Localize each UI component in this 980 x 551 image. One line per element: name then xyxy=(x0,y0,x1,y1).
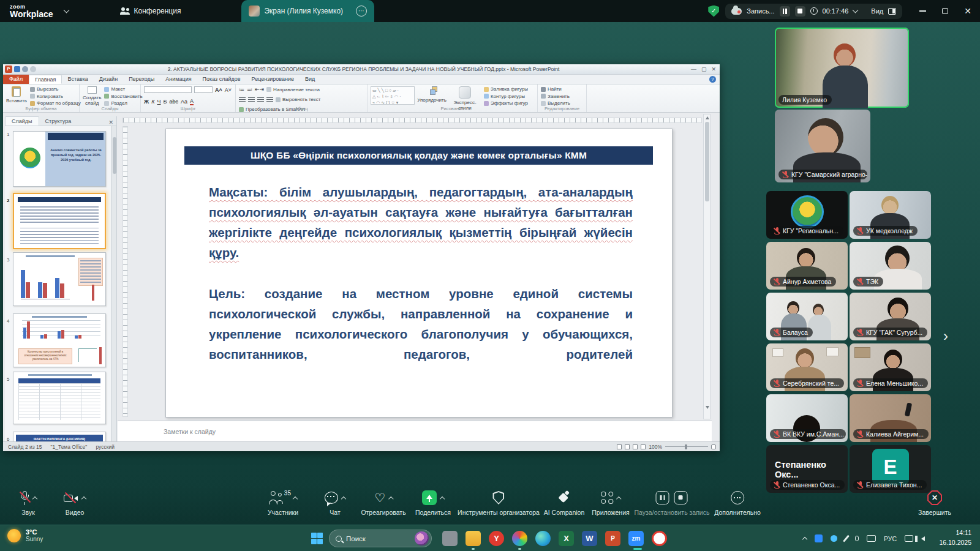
notes-pane[interactable]: Заметки к слайду xyxy=(118,421,712,441)
maximize-button[interactable] xyxy=(942,8,948,14)
participant-tile[interactable]: ТЭК xyxy=(850,242,931,290)
word-icon[interactable]: W xyxy=(582,531,597,546)
align-left-button[interactable] xyxy=(239,97,246,102)
tray-zoom-icon[interactable] xyxy=(815,534,823,542)
tab-shared-screen[interactable]: Экран (Лилия Куземко) ⋯ xyxy=(241,0,374,22)
find-button[interactable]: Найти xyxy=(541,86,570,92)
tray-display-icon[interactable] xyxy=(905,535,913,542)
tray-volume-icon[interactable] xyxy=(921,536,925,541)
opera-browser-icon[interactable] xyxy=(652,531,667,546)
slide-thumbnail-5[interactable] xyxy=(13,372,106,424)
undo-icon[interactable] xyxy=(22,66,28,72)
participant-tile[interactable]: КГУ "Самарский аграрно-техн... xyxy=(775,110,870,182)
numbering-button[interactable]: ≕ xyxy=(247,86,252,92)
participant-tile[interactable]: УК медколледж xyxy=(850,191,931,239)
format-painter-button[interactable]: Формат по образцу xyxy=(30,100,81,106)
shapes-gallery[interactable]: ▭ ╲ ╲ □ ○ ▱ ·△ ⌙ ⌇ ⇦ ⇩ ◠ ·⌁ ◠ ∿ { } ☆ ▾ xyxy=(371,86,415,105)
align-center-button[interactable] xyxy=(248,97,255,102)
participants-button[interactable]: 35 Участники xyxy=(268,490,298,516)
layout-button[interactable]: Макет xyxy=(104,86,142,92)
tab-insert[interactable]: Вставка xyxy=(62,75,93,84)
fit-to-window-button[interactable] xyxy=(711,444,716,449)
chat-button[interactable]: Чат xyxy=(325,490,345,516)
tray-bluetooth-icon[interactable] xyxy=(831,535,837,542)
view-layout-icon[interactable] xyxy=(888,8,896,15)
arrange-button[interactable]: Упорядочить xyxy=(418,86,446,103)
tab-home[interactable]: Главная xyxy=(29,75,62,84)
font-name-select[interactable] xyxy=(144,86,192,93)
host-tools-button[interactable]: Инструменты организатора xyxy=(458,490,540,516)
powerpoint-taskbar-icon[interactable]: P xyxy=(605,531,620,546)
file-explorer-icon[interactable] xyxy=(466,531,481,546)
slideshow-view-button[interactable] xyxy=(641,444,646,449)
justify-button[interactable] xyxy=(266,97,273,102)
shape-fill-button[interactable]: Заливка фигуры xyxy=(484,86,528,92)
grow-font-button[interactable]: A˄ xyxy=(215,87,222,93)
tab-slideshow[interactable]: Показ слайдов xyxy=(197,75,246,84)
tab-more-icon[interactable]: ⋯ xyxy=(356,6,367,17)
panel-close-icon[interactable]: ✕ xyxy=(108,119,113,126)
participant-tile[interactable]: Балауса xyxy=(766,293,848,340)
close-button[interactable]: ✕ xyxy=(964,7,971,15)
participant-tile[interactable]: Айнур Ахметова xyxy=(766,242,848,290)
color-wheel-app-icon[interactable] xyxy=(512,531,527,546)
slide-thumbnail-3[interactable] xyxy=(13,252,106,306)
chevron-down-icon[interactable] xyxy=(63,7,69,13)
pause-recording-button[interactable] xyxy=(780,6,790,17)
ppt-maximize-button[interactable]: ▢ xyxy=(701,66,707,72)
tray-keyboard-icon[interactable] xyxy=(867,535,876,542)
redo-icon[interactable] xyxy=(30,66,36,72)
underline-button[interactable]: Ч xyxy=(157,99,160,105)
slide-thumbnail-2-selected[interactable] xyxy=(13,193,106,249)
text-direction-button[interactable]: Направление текста xyxy=(266,87,320,92)
video-options-chevron[interactable] xyxy=(81,496,86,501)
slide-thumbnail-4[interactable]: Количество преступлений в отношении несо… xyxy=(13,313,106,367)
tab-outline[interactable]: Структура xyxy=(39,117,78,126)
chat-chevron[interactable] xyxy=(341,496,346,501)
select-button[interactable]: Выделить xyxy=(541,100,570,106)
align-right-button[interactable] xyxy=(257,97,264,102)
thumbnails-scrollbar[interactable] xyxy=(111,126,116,442)
record-pause-stop-button[interactable]: Пауза/остановить запись xyxy=(635,490,710,516)
weather-widget[interactable]: 3°C Sunny xyxy=(7,528,43,542)
participant-tile[interactable]: Серебрянский те... xyxy=(766,343,848,391)
yandex-browser-icon[interactable]: Y xyxy=(489,531,504,546)
taskbar-clock[interactable]: 14:11 16.10.2025 xyxy=(939,528,971,548)
ai-companion-button[interactable]: AI Companion xyxy=(544,490,585,516)
new-slide-button[interactable]: Создать слайд xyxy=(83,86,101,106)
slide-thumbnail-6[interactable]: ФАКТЫ БУЛЛИНГА (НАСИЛИЯ) xyxy=(13,432,106,442)
next-page-arrow[interactable]: › xyxy=(943,327,956,345)
start-button[interactable] xyxy=(311,533,323,544)
video-button[interactable]: Видео xyxy=(64,490,86,516)
participant-tile[interactable]: КГУ "ГАК" Сугурб... xyxy=(850,293,931,340)
tab-animation[interactable]: Анимация xyxy=(160,75,197,84)
slide-thumbnail-1[interactable]: Анализ совместной работы за прошлый год,… xyxy=(13,131,106,187)
language-indicator[interactable]: РУС xyxy=(884,535,897,542)
end-meeting-button[interactable]: ✕ Завершить xyxy=(918,490,951,516)
tab-design[interactable]: Дизайн xyxy=(94,75,123,84)
save-icon[interactable] xyxy=(14,66,20,72)
apps-button[interactable]: Приложения xyxy=(592,490,629,516)
stop-recording-button[interactable] xyxy=(795,6,805,17)
share-chevron[interactable] xyxy=(440,496,445,501)
tray-mic-icon[interactable] xyxy=(855,536,859,541)
current-slide[interactable]: ШҚО ББ «Өңірлік психологиялық қолдау жән… xyxy=(165,129,673,418)
sorter-view-button[interactable] xyxy=(625,444,630,449)
bold-button[interactable]: Ж xyxy=(144,99,149,105)
slide-paragraph-russian[interactable]: Цель: создание на местном уровне единой … xyxy=(209,283,633,364)
align-text-button[interactable]: Выровнять текст xyxy=(276,97,320,102)
tray-expand-chevron[interactable] xyxy=(802,537,807,542)
font-color-button[interactable]: А xyxy=(190,98,194,105)
reset-button[interactable]: Восстановить xyxy=(104,94,142,99)
cut-button[interactable]: Вырезать xyxy=(30,86,81,92)
tab-file[interactable]: Файл xyxy=(3,75,29,84)
taskbar-app-generic-icon[interactable] xyxy=(442,531,458,546)
language-indicator[interactable]: русский xyxy=(96,444,115,450)
more-button[interactable]: Дополнительно xyxy=(714,490,761,516)
minimize-button[interactable] xyxy=(919,10,926,12)
view-label[interactable]: Вид xyxy=(871,7,883,15)
tab-transitions[interactable]: Переходы xyxy=(123,75,160,84)
taskbar-search-input[interactable]: Поиск xyxy=(329,530,432,547)
tab-review[interactable]: Рецензирование xyxy=(246,75,300,84)
paste-button[interactable]: Вставить xyxy=(6,86,27,103)
